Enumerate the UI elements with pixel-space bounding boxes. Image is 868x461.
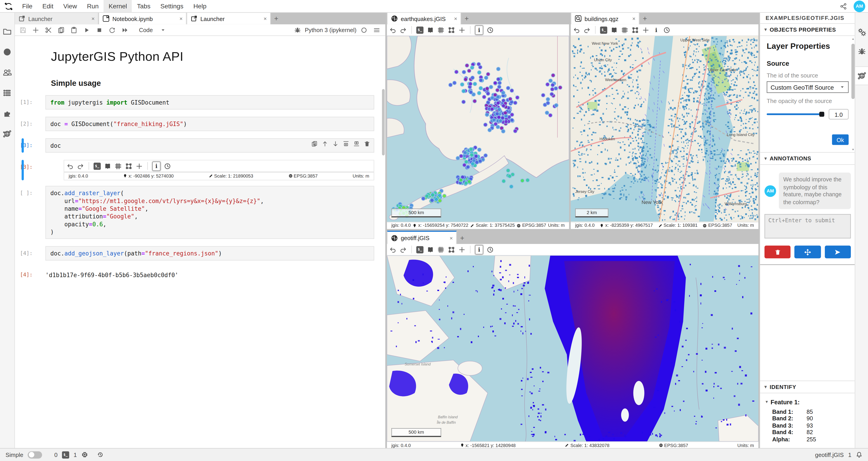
buildings-map[interactable]: West New York Union City Weehawken Hobok…	[571, 36, 758, 222]
undo-icon[interactable]	[66, 162, 74, 170]
move-cell-up-icon[interactable]	[322, 140, 328, 147]
close-icon[interactable]: ×	[632, 15, 636, 22]
tab-geotiff[interactable]: geotiff.jGIS ×	[387, 231, 457, 244]
time-slider-icon[interactable]	[164, 162, 171, 170]
tab-buildings[interactable]: buildings.qgz ×	[571, 12, 640, 24]
code-input[interactable]: doc = GISDocument("france_hiking.jGIS")	[45, 117, 374, 131]
notifications-count[interactable]: 1	[848, 452, 851, 458]
tab-launcher-2[interactable]: Launcher ×	[186, 12, 271, 24]
grid-icon[interactable]	[115, 162, 122, 170]
history-icon[interactable]	[97, 452, 103, 458]
code-input[interactable]: doc.add_geojson_layer(path="france_regio…	[45, 246, 374, 260]
code-cell[interactable]: [ ]: doc.add_raster_layer( url="https://…	[14, 186, 385, 239]
opacity-slider[interactable]	[767, 113, 825, 115]
code-cell-selected[interactable]: [3]: doc	[14, 138, 385, 153]
scroll-down-icon[interactable]: ▼	[851, 148, 855, 151]
identify-icon[interactable]: i	[475, 25, 483, 35]
time-slider-icon[interactable]	[487, 26, 494, 33]
running-kernels-icon[interactable]	[3, 48, 11, 57]
new-tab-button[interactable]: +	[640, 13, 651, 24]
menu-item-settings[interactable]: Settings	[156, 0, 188, 12]
table-of-contents-icon[interactable]	[3, 89, 11, 97]
source-select[interactable]: Custom GeoTiff Source	[767, 81, 848, 93]
atlas-icon[interactable]	[104, 162, 111, 170]
code-input[interactable]: doc	[45, 138, 374, 153]
identify-icon[interactable]: i	[475, 245, 483, 254]
add-layer-icon[interactable]	[642, 26, 649, 33]
debugger-icon[interactable]	[292, 26, 303, 34]
menu-item-view[interactable]: View	[58, 0, 82, 12]
extent-icon[interactable]	[448, 26, 455, 33]
tab-notebook[interactable]: Notebook.ipynb ×	[98, 12, 186, 24]
bell-icon[interactable]	[856, 452, 862, 458]
center-on-annotation-button[interactable]	[795, 246, 821, 258]
new-tab-button[interactable]: +	[461, 13, 472, 24]
scroll-up-icon[interactable]: ▲	[851, 37, 855, 40]
menu-item-kernel[interactable]: Kernel	[103, 0, 132, 12]
identify-section-header[interactable]: ▾ IDENTIFY	[760, 381, 855, 393]
stop-icon[interactable]	[94, 26, 105, 34]
new-tab-button[interactable]: +	[457, 232, 468, 244]
insert-cell-above-icon[interactable]	[343, 140, 349, 147]
redo-icon[interactable]	[77, 162, 84, 170]
code-cell[interactable]: [1]: from jupytergis import GISDocument	[14, 95, 385, 109]
duplicate-cell-icon[interactable]	[311, 140, 318, 147]
share-icon[interactable]	[840, 2, 847, 10]
console-icon[interactable]: $_	[94, 162, 101, 170]
terminals-count[interactable]: 0	[54, 452, 57, 458]
redo-icon[interactable]	[400, 26, 407, 33]
time-slider-icon[interactable]	[663, 26, 671, 33]
tab-launcher-1[interactable]: Launcher ×	[14, 12, 98, 24]
extent-icon[interactable]	[448, 246, 455, 253]
grid-icon[interactable]	[437, 26, 445, 33]
notebook-scrollbar[interactable]	[382, 89, 385, 155]
debugger-icon[interactable]	[857, 47, 866, 56]
tab-earthquakes[interactable]: earthquakes.jGIS ×	[387, 12, 461, 24]
console-icon[interactable]: $_	[600, 26, 608, 33]
undo-icon[interactable]	[389, 26, 397, 33]
add-cell-icon[interactable]	[31, 26, 41, 34]
toolbar-menu-icon[interactable]	[371, 26, 382, 34]
cut-cell-icon[interactable]	[43, 26, 54, 34]
annotation-input[interactable]	[765, 215, 851, 239]
close-icon[interactable]: ×	[264, 15, 267, 22]
current-file-label[interactable]: geotiff.jGIS	[815, 452, 844, 458]
code-input[interactable]: from jupytergis import GISDocument	[45, 95, 374, 109]
atlas-icon[interactable]	[427, 246, 434, 253]
opacity-slider-handle[interactable]	[819, 111, 824, 116]
run-all-icon[interactable]	[120, 26, 130, 34]
menu-item-help[interactable]: Help	[188, 0, 211, 12]
earthquakes-map[interactable]: 500 km	[387, 36, 569, 222]
redo-icon[interactable]	[400, 246, 407, 253]
undo-icon[interactable]	[389, 246, 397, 253]
user-avatar[interactable]: AM	[854, 0, 865, 12]
identify-feature-heading[interactable]: ▾ Feature 1:	[766, 398, 851, 405]
kernel-chip-icon[interactable]	[81, 452, 88, 458]
opacity-value-input[interactable]: 1.0	[829, 109, 848, 120]
undo-icon[interactable]	[573, 26, 580, 33]
atlas-icon[interactable]	[427, 26, 434, 33]
insert-cell-below-icon[interactable]	[353, 140, 360, 147]
save-icon[interactable]	[18, 26, 28, 34]
geotiff-map[interactable]: Somerset Island Baffin Island Île de Baf…	[387, 256, 758, 441]
delete-annotation-button[interactable]	[765, 246, 791, 258]
extent-icon[interactable]	[631, 26, 639, 33]
delete-cell-icon[interactable]	[364, 140, 370, 147]
add-layer-icon[interactable]	[458, 246, 466, 253]
sidebar-scrollbar[interactable]: ▲ ▼	[851, 37, 855, 151]
property-inspector-icon[interactable]	[857, 28, 866, 36]
terminal-icon[interactable]: $_	[62, 451, 69, 459]
copy-cell-icon[interactable]	[56, 26, 66, 34]
grid-icon[interactable]	[437, 246, 445, 253]
menu-item-run[interactable]: Run	[82, 0, 104, 12]
paste-cell-icon[interactable]	[69, 26, 79, 34]
identify-icon[interactable]: i	[653, 26, 660, 34]
console-icon[interactable]: $_	[416, 246, 424, 253]
close-icon[interactable]: ×	[454, 15, 457, 22]
code-input[interactable]: doc.add_raster_layer( url="https://mt1.g…	[45, 186, 374, 239]
console-icon[interactable]: $_	[416, 26, 424, 33]
annotations-header[interactable]: ▾ ANNOTATIONS	[760, 153, 855, 165]
time-slider-icon[interactable]	[487, 246, 494, 253]
extensions-icon[interactable]	[3, 109, 11, 118]
kernels-count[interactable]: 1	[74, 452, 77, 458]
